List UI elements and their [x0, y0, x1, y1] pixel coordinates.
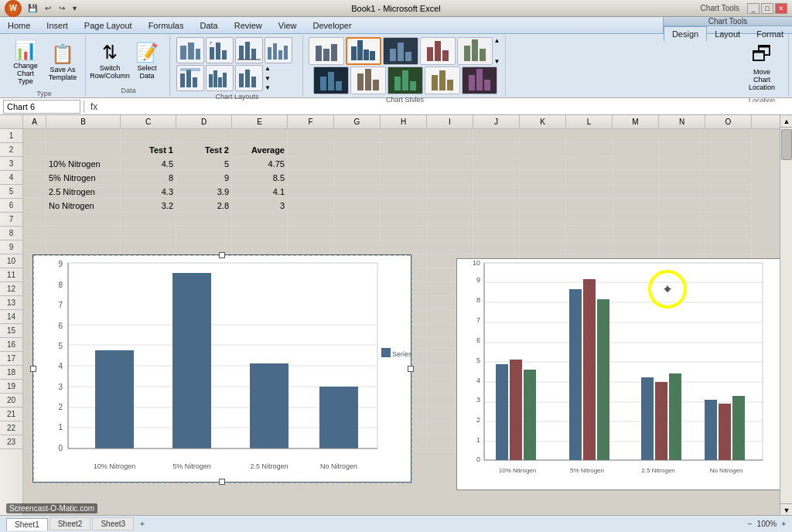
cell-r2cb[interactable] [46, 143, 121, 157]
chart-style-5[interactable] [457, 37, 493, 65]
cell-r4ce[interactable]: 8.5 [232, 171, 288, 185]
tab-formulas[interactable]: Formulas [141, 17, 193, 33]
cell-r4ci[interactable] [427, 171, 473, 185]
chart-style-7[interactable] [350, 66, 386, 94]
cell-r4cj[interactable] [473, 171, 520, 185]
cell-r7cm[interactable] [613, 213, 659, 227]
cell-r8ce[interactable] [232, 227, 288, 240]
cell-r1cl[interactable] [566, 129, 613, 143]
cell-r1cb[interactable] [46, 129, 121, 143]
cell-r6ci[interactable] [427, 199, 473, 213]
cell-r4ck[interactable] [520, 171, 566, 185]
cell-r9ch[interactable] [381, 240, 427, 254]
chart2-container[interactable]: 0 1 2 3 4 5 6 7 8 9 10 [456, 258, 780, 490]
chart-style-1[interactable] [309, 37, 344, 65]
scroll-down-btn[interactable]: ▼ [780, 503, 792, 516]
cell-r5ch[interactable] [381, 185, 427, 199]
cell-r5cm[interactable] [613, 185, 659, 199]
cell-r7cb[interactable] [46, 213, 121, 227]
cell-r1co[interactable] [705, 129, 752, 143]
sheet-tab-3[interactable]: Sheet3 [92, 517, 134, 530]
cell-r8ck[interactable] [520, 227, 566, 240]
cell-r1ce[interactable] [232, 129, 288, 143]
redo-quick-btn[interactable]: ↪ [56, 2, 68, 14]
cell-r9ca[interactable] [23, 240, 46, 254]
cell-r7ch[interactable] [381, 213, 427, 227]
cell-r8ch[interactable] [381, 227, 427, 240]
cell-r9co[interactable] [705, 240, 752, 254]
cell-r3cc[interactable]: 4.5 [121, 157, 176, 171]
layouts-scroll[interactable]: ▲ ▼ ▼ [265, 65, 272, 91]
zoom-out-btn[interactable]: − [748, 520, 753, 528]
cell-r1cf[interactable] [288, 129, 334, 143]
cell-r9cj[interactable] [473, 240, 520, 254]
cell-r5cn[interactable] [659, 185, 705, 199]
cell-r3ce[interactable]: 4.75 [232, 157, 288, 171]
cell-r3cj[interactable] [473, 157, 520, 171]
cell-r5cf[interactable] [288, 185, 334, 199]
cell-r5ce[interactable]: 4.1 [232, 185, 288, 199]
cell-r7cg[interactable] [334, 213, 381, 227]
cell-r6cf[interactable] [288, 199, 334, 213]
undo-quick-btn[interactable]: ↩ [42, 2, 54, 14]
cell-r7ce[interactable] [232, 213, 288, 227]
minimize-btn[interactable]: _ [747, 3, 760, 14]
cell-r7cf[interactable] [288, 213, 334, 227]
cell-r1cd[interactable] [176, 129, 232, 143]
handle-bottom[interactable] [219, 479, 225, 485]
add-sheet-btn[interactable]: + [135, 518, 149, 530]
cell-r6ck[interactable] [520, 199, 566, 213]
cell-r3ck[interactable] [520, 157, 566, 171]
cell-r1cj[interactable] [473, 129, 520, 143]
cell-r4cf[interactable] [288, 171, 334, 185]
chart-style-8[interactable] [387, 66, 423, 94]
cell-r3co[interactable] [705, 157, 752, 171]
cell-r7co[interactable] [705, 213, 752, 227]
cell-r5cd[interactable]: 3.9 [176, 185, 232, 199]
chart-style-2[interactable] [346, 37, 381, 65]
select-data-btn[interactable]: 📝 Select Data [129, 39, 165, 83]
chart-layout-7[interactable] [235, 65, 263, 91]
cell-r6ch[interactable] [381, 199, 427, 213]
cell-r5ck[interactable] [520, 185, 566, 199]
cell-r7cd[interactable] [176, 213, 232, 227]
cell-r9cb[interactable] [46, 240, 121, 254]
cell-r3cd[interactable]: 5 [176, 157, 232, 171]
cell-r4cn[interactable] [659, 171, 705, 185]
tab-page-layout[interactable]: Page Layout [77, 17, 141, 33]
maximize-btn[interactable]: □ [761, 3, 773, 14]
chart-layout-3[interactable] [235, 37, 263, 63]
cell-r2cn[interactable] [659, 143, 705, 157]
cell-r8cm[interactable] [613, 227, 659, 240]
handle-left[interactable] [30, 366, 36, 372]
cell-r8cl[interactable] [566, 227, 613, 240]
move-chart-btn[interactable]: 🗗 Move Chart Location [740, 37, 783, 95]
cell-r4co[interactable] [705, 171, 752, 185]
name-box[interactable] [3, 100, 80, 114]
scroll-thumb[interactable] [781, 129, 792, 160]
cell-r4cm[interactable] [613, 171, 659, 185]
cell-r4cl[interactable] [566, 171, 613, 185]
cell-r8cb[interactable] [46, 227, 121, 240]
cell-r2cf[interactable] [288, 143, 334, 157]
formula-input[interactable] [104, 102, 789, 111]
cell-r8cj[interactable] [473, 227, 520, 240]
cell-r5cl[interactable] [566, 185, 613, 199]
chart-layout-6[interactable] [206, 65, 234, 91]
scroll-up-icon[interactable]: ▲ [265, 65, 272, 72]
switch-row-column-btn[interactable]: ⇅ Switch Row/Column [92, 39, 128, 83]
cell-r9cf[interactable] [288, 240, 334, 254]
customize-quick-btn[interactable]: ▾ [70, 2, 80, 14]
cell-r3cm[interactable] [613, 157, 659, 171]
cell-r5cg[interactable] [334, 185, 381, 199]
cell-r1ck[interactable] [520, 129, 566, 143]
cell-r4ch[interactable] [381, 171, 427, 185]
close-btn[interactable]: ✕ [775, 3, 787, 14]
chart-style-10[interactable] [462, 66, 497, 94]
cell-r6ce[interactable]: 3 [232, 199, 288, 213]
cell-r7cc[interactable] [121, 213, 176, 227]
scroll-up-btn[interactable]: ▲ [780, 115, 792, 128]
cell-r7ci[interactable] [427, 213, 473, 227]
cell-r9cn[interactable] [659, 240, 705, 254]
zoom-in-btn[interactable]: + [781, 520, 786, 528]
